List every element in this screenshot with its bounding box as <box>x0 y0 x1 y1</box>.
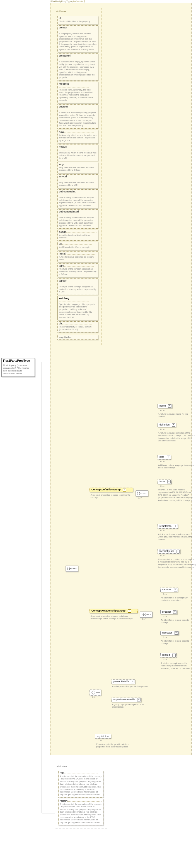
occurrence-label: 0..∞ <box>142 618 146 620</box>
expand-icon[interactable]: + <box>172 423 175 427</box>
root-complex-type[interactable]: Flex1PartyPropType Flexible party (perso… <box>1 358 35 377</box>
attribute-literal[interactable]: literalA free-text value assigned as pro… <box>57 251 98 262</box>
sequence-compositor[interactable] <box>136 490 148 497</box>
attribute-howuri[interactable]: howuriIndicates by which means the value… <box>57 145 98 161</box>
element-facet[interactable]: facet+ <box>158 479 171 484</box>
expand-icon[interactable]: + <box>137 698 141 702</box>
attribute-pubconstraint[interactable]: pubconstraintOne or many constraints tha… <box>57 189 98 209</box>
attribute-custom[interactable]: customIf set to true the corresponding p… <box>57 104 98 129</box>
element-hierarchyInfo[interactable]: hierarchyInfo+ <box>158 549 180 554</box>
attribute-name: creator <box>58 26 98 32</box>
attribute-whyuri[interactable]: whyuriWhy the metadata has been included… <box>57 174 98 188</box>
element-name[interactable]: name+ <box>158 404 172 408</box>
extension-tag: (extension) <box>73 0 85 3</box>
attribute-why[interactable]: whyWhy the metadata has been included - … <box>57 162 98 173</box>
element-related[interactable]: related+ <box>160 653 176 657</box>
group-title: ConceptRelationshipsGroup <box>90 609 127 612</box>
element-definition[interactable]: definition+ <box>158 423 176 427</box>
attribute-desc: Specifies the language of this property … <box>58 303 98 320</box>
attribute-desc: The type of the concept assigned as cont… <box>58 267 98 277</box>
expand-icon[interactable]: + <box>174 631 178 634</box>
any-element-wildcard[interactable]: any ##other <box>95 734 111 739</box>
attribute-name: qcode <box>58 230 98 234</box>
collapse-icon[interactable]: − <box>123 488 126 492</box>
element-name: broader <box>161 610 172 614</box>
expand-icon[interactable]: + <box>131 680 134 683</box>
attribute-desc: The date (and, optionally, the time) whe… <box>58 88 98 103</box>
attribute-desc: A refinement of the semantics of the pro… <box>59 774 103 797</box>
element-desc: A link to an item or a web resource whic… <box>158 533 196 541</box>
extension-label: FlexPartyPropType (extension) <box>51 0 85 3</box>
attributes-block: attributes idThe local identifier of the… <box>54 8 102 345</box>
occurrence-label: 0..∞ <box>163 593 167 595</box>
element-name: remoteInfo <box>158 524 173 528</box>
any-label: any ##other <box>97 735 109 738</box>
sequence-compositor[interactable] <box>65 565 78 572</box>
attribute-name: id <box>58 16 98 20</box>
occurrence-label: 0..∞ <box>98 739 102 742</box>
element-desc: An identifier of a more generic concept. <box>161 619 194 624</box>
attribute-pubconstrainturi[interactable]: pubconstrainturiOne or many constraints … <box>57 209 98 229</box>
attribute-role[interactable]: roleA refinement of the semantics of the… <box>58 771 104 798</box>
group-desc: A group of properties required to indica… <box>91 615 135 620</box>
attribute-how[interactable]: howIndicates by which means the value wa… <box>57 130 98 144</box>
attribute-desc: A free-text value assigned as property v… <box>58 255 98 262</box>
element-remoteInfo[interactable]: remoteInfo+ <box>158 524 178 529</box>
attribute-creatoruri[interactable]: creatoruriIf the attribute is empty, spe… <box>57 54 98 81</box>
attribute-desc: A URI which identifies a concept. <box>58 245 98 250</box>
attribute-desc: The type of the concept assigned as cont… <box>58 285 98 294</box>
attribute-name: why <box>58 162 98 166</box>
attribute-name: creatoruri <box>58 54 98 60</box>
concept-definition-group[interactable]: ConceptDefinitionGroup− <box>89 488 133 492</box>
attribute-name: modified <box>58 82 98 88</box>
attribute-any-other[interactable]: any ##other <box>57 335 98 340</box>
element-desc: Represents the position of a concept in … <box>158 558 196 569</box>
attribute-desc: Why the metadata has been included - exp… <box>58 181 98 188</box>
element-sameAs[interactable]: sameAs+ <box>160 588 178 592</box>
expand-icon[interactable]: + <box>167 480 171 484</box>
expand-icon[interactable]: + <box>176 550 179 553</box>
element-desc: An identifier of a concept with equivale… <box>161 596 194 602</box>
attribute-name: pubconstrainturi <box>58 210 98 216</box>
element-name: definition <box>158 423 171 426</box>
expand-icon[interactable]: + <box>168 404 171 408</box>
attribute-name: uri <box>58 242 98 245</box>
attribute-dir[interactable]: dirThe directionality of textual content… <box>57 321 98 333</box>
attribute-desc: If set to true the corresponding propert… <box>58 111 98 128</box>
expand-icon[interactable]: + <box>172 654 176 657</box>
collapse-icon[interactable]: − <box>128 609 131 613</box>
concept-relationships-group[interactable]: ConceptRelationshipsGroup− <box>89 609 138 613</box>
root-desc: Flexible party (person or organisation) … <box>2 363 34 376</box>
element-desc: A set of properties specific to a person <box>112 685 154 687</box>
attribute-roleuri[interactable]: roleuriA refinement of the semantics of … <box>58 799 104 826</box>
attribute-creator[interactable]: creatorIf the property value is not defi… <box>57 25 98 52</box>
attribute-typeuri[interactable]: typeuriThe type of the concept assigned … <box>57 278 98 295</box>
attribute-uri[interactable]: uriA URI which identifies a concept. <box>57 242 98 250</box>
element-organisationDetails[interactable]: organisationDetails+ <box>112 698 141 702</box>
attribute-xml-lang[interactable]: xml:langSpecifies the language of this p… <box>57 296 98 320</box>
element-name: related <box>161 653 171 657</box>
attribute-type[interactable]: typeThe type of the concept assigned as … <box>57 264 98 277</box>
attribute-name: typeuri <box>58 279 98 285</box>
element-narrower[interactable]: narrower+ <box>160 631 179 635</box>
expand-icon[interactable]: + <box>174 588 177 591</box>
attribute-name: xml:lang <box>58 296 98 303</box>
expand-icon[interactable]: + <box>173 611 176 614</box>
attribute-name: whyuri <box>58 175 98 181</box>
element-name: note <box>158 455 166 459</box>
sequence-compositor[interactable] <box>140 612 152 618</box>
attribute-id[interactable]: idThe local identifier of the property. <box>57 16 98 24</box>
attribute-name: how <box>58 130 98 133</box>
element-personDetails[interactable]: personDetails+ <box>112 680 135 684</box>
element-note[interactable]: note+ <box>158 455 171 460</box>
attribute-name: roleuri <box>59 799 103 802</box>
attribute-desc: The local identifier of the property. <box>58 20 98 24</box>
element-desc: A natural language definition of the sem… <box>158 432 196 442</box>
attribute-modified[interactable]: modifiedThe date (and, optionally, the t… <box>57 82 98 103</box>
expand-icon[interactable]: + <box>174 525 177 528</box>
expand-icon[interactable]: + <box>167 456 170 459</box>
attribute-qcode[interactable]: qcodeA qualified code which identifies a… <box>57 230 98 241</box>
choice-compositor[interactable] <box>89 689 101 695</box>
attribute-desc: A qualified code which identifies a conc… <box>58 234 98 241</box>
element-broader[interactable]: broader+ <box>160 610 177 614</box>
